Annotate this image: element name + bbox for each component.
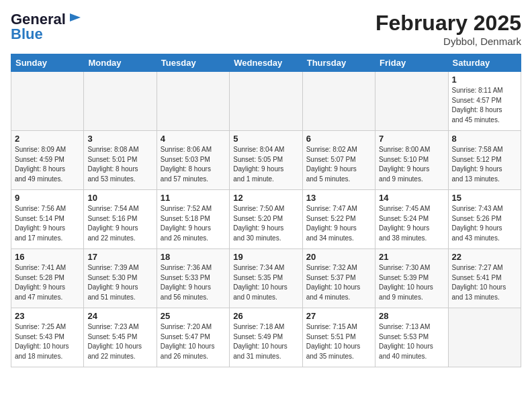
calendar-cell: 20Sunrise: 7:32 AM Sunset: 5:37 PM Dayli… [302,249,375,308]
calendar-cell: 12Sunrise: 7:50 AM Sunset: 5:20 PM Dayli… [230,190,302,249]
weekday-header-friday: Friday [375,54,448,72]
calendar-cell: 24Sunrise: 7:23 AM Sunset: 5:45 PM Dayli… [84,308,157,367]
weekday-header-saturday: Saturday [448,54,521,72]
title-block: February 2025 Dybbol, Denmark [375,11,521,47]
day-info: Sunrise: 7:25 AM Sunset: 5:43 PM Dayligh… [15,322,80,361]
weekday-header-thursday: Thursday [302,54,375,72]
calendar-cell: 6Sunrise: 8:02 AM Sunset: 5:07 PM Daylig… [302,131,375,190]
day-number: 5 [233,134,298,144]
day-info: Sunrise: 7:32 AM Sunset: 5:37 PM Dayligh… [306,263,371,302]
day-info: Sunrise: 7:47 AM Sunset: 5:22 PM Dayligh… [306,204,371,243]
calendar-cell: 26Sunrise: 7:18 AM Sunset: 5:49 PM Dayli… [230,308,302,367]
calendar-cell: 23Sunrise: 7:25 AM Sunset: 5:43 PM Dayli… [11,308,84,367]
day-number: 22 [452,252,517,262]
day-info: Sunrise: 7:52 AM Sunset: 5:18 PM Dayligh… [161,204,226,243]
calendar-cell: 5Sunrise: 8:04 AM Sunset: 5:05 PM Daylig… [230,131,302,190]
day-number: 11 [161,193,226,203]
calendar-cell: 4Sunrise: 8:06 AM Sunset: 5:03 PM Daylig… [157,131,229,190]
day-number: 26 [233,311,298,321]
day-info: Sunrise: 7:43 AM Sunset: 5:26 PM Dayligh… [452,204,517,243]
calendar-week-4: 16Sunrise: 7:41 AM Sunset: 5:28 PM Dayli… [11,249,521,308]
day-info: Sunrise: 7:30 AM Sunset: 5:39 PM Dayligh… [379,263,444,302]
calendar-cell: 9Sunrise: 7:56 AM Sunset: 5:14 PM Daylig… [11,190,84,249]
calendar-week-5: 23Sunrise: 7:25 AM Sunset: 5:43 PM Dayli… [11,308,521,367]
day-number: 7 [379,134,444,144]
calendar-cell [157,72,229,131]
calendar-cell: 18Sunrise: 7:36 AM Sunset: 5:33 PM Dayli… [157,249,229,308]
day-info: Sunrise: 7:15 AM Sunset: 5:51 PM Dayligh… [306,322,371,361]
day-number: 12 [233,193,298,203]
day-number: 27 [306,311,371,321]
svg-marker-0 [70,13,81,21]
day-info: Sunrise: 8:09 AM Sunset: 4:59 PM Dayligh… [15,145,80,184]
calendar-cell: 2Sunrise: 8:09 AM Sunset: 4:59 PM Daylig… [11,131,84,190]
day-number: 18 [161,252,226,262]
calendar-cell [84,72,157,131]
day-info: Sunrise: 7:39 AM Sunset: 5:30 PM Dayligh… [87,263,152,302]
day-info: Sunrise: 7:20 AM Sunset: 5:47 PM Dayligh… [161,322,226,361]
day-number: 9 [15,193,80,203]
calendar-cell: 15Sunrise: 7:43 AM Sunset: 5:26 PM Dayli… [448,190,521,249]
calendar-cell: 25Sunrise: 7:20 AM Sunset: 5:47 PM Dayli… [157,308,229,367]
weekday-header-tuesday: Tuesday [157,54,229,72]
day-info: Sunrise: 8:02 AM Sunset: 5:07 PM Dayligh… [306,145,371,184]
day-number: 8 [452,134,517,144]
day-info: Sunrise: 7:34 AM Sunset: 5:35 PM Dayligh… [233,263,298,302]
calendar-cell: 27Sunrise: 7:15 AM Sunset: 5:51 PM Dayli… [302,308,375,367]
calendar-cell [230,72,302,131]
day-info: Sunrise: 8:00 AM Sunset: 5:10 PM Dayligh… [379,145,444,184]
calendar-cell: 3Sunrise: 8:08 AM Sunset: 5:01 PM Daylig… [84,131,157,190]
day-info: Sunrise: 7:54 AM Sunset: 5:16 PM Dayligh… [87,204,152,243]
calendar-cell: 17Sunrise: 7:39 AM Sunset: 5:30 PM Dayli… [84,249,157,308]
calendar-cell [448,308,521,367]
day-number: 1 [452,75,517,85]
logo: General Blue [11,11,82,43]
calendar-cell: 10Sunrise: 7:54 AM Sunset: 5:16 PM Dayli… [84,190,157,249]
day-number: 24 [87,311,152,321]
day-number: 21 [379,252,444,262]
weekday-header-sunday: Sunday [11,54,84,72]
calendar-table: SundayMondayTuesdayWednesdayThursdayFrid… [11,54,521,367]
calendar-cell: 14Sunrise: 7:45 AM Sunset: 5:24 PM Dayli… [375,190,448,249]
day-info: Sunrise: 8:04 AM Sunset: 5:05 PM Dayligh… [233,145,298,184]
calendar-cell [11,72,84,131]
day-number: 19 [233,252,298,262]
day-number: 23 [15,311,80,321]
page-header: General Blue February 2025 Dybbol, Denma… [11,11,521,47]
day-number: 10 [87,193,152,203]
day-info: Sunrise: 7:27 AM Sunset: 5:41 PM Dayligh… [452,263,517,302]
weekday-header-monday: Monday [84,54,157,72]
calendar-cell: 8Sunrise: 7:58 AM Sunset: 5:12 PM Daylig… [448,131,521,190]
day-info: Sunrise: 7:23 AM Sunset: 5:45 PM Dayligh… [87,322,152,361]
day-number: 4 [161,134,226,144]
calendar-cell: 7Sunrise: 8:00 AM Sunset: 5:10 PM Daylig… [375,131,448,190]
calendar-week-2: 2Sunrise: 8:09 AM Sunset: 4:59 PM Daylig… [11,131,521,190]
day-number: 28 [379,311,444,321]
day-info: Sunrise: 7:36 AM Sunset: 5:33 PM Dayligh… [161,263,226,302]
day-number: 16 [15,252,80,262]
day-number: 2 [15,134,80,144]
day-number: 6 [306,134,371,144]
day-number: 14 [379,193,444,203]
weekday-header-wednesday: Wednesday [230,54,302,72]
day-info: Sunrise: 7:13 AM Sunset: 5:53 PM Dayligh… [379,322,444,361]
day-info: Sunrise: 8:11 AM Sunset: 4:57 PM Dayligh… [452,86,517,125]
calendar-week-1: 1Sunrise: 8:11 AM Sunset: 4:57 PM Daylig… [11,72,521,131]
calendar-cell: 22Sunrise: 7:27 AM Sunset: 5:41 PM Dayli… [448,249,521,308]
day-info: Sunrise: 7:50 AM Sunset: 5:20 PM Dayligh… [233,204,298,243]
location: Dybbol, Denmark [375,36,521,47]
calendar-cell: 1Sunrise: 8:11 AM Sunset: 4:57 PM Daylig… [448,72,521,131]
day-number: 3 [87,134,152,144]
calendar-cell [302,72,375,131]
calendar-cell: 13Sunrise: 7:47 AM Sunset: 5:22 PM Dayli… [302,190,375,249]
day-info: Sunrise: 7:45 AM Sunset: 5:24 PM Dayligh… [379,204,444,243]
month-title: February 2025 [375,11,521,36]
logo-blue: Blue [11,26,43,43]
calendar-cell: 11Sunrise: 7:52 AM Sunset: 5:18 PM Dayli… [157,190,229,249]
day-info: Sunrise: 7:18 AM Sunset: 5:49 PM Dayligh… [233,322,298,361]
calendar-cell: 21Sunrise: 7:30 AM Sunset: 5:39 PM Dayli… [375,249,448,308]
calendar-week-3: 9Sunrise: 7:56 AM Sunset: 5:14 PM Daylig… [11,190,521,249]
day-number: 17 [87,252,152,262]
calendar-header-row: SundayMondayTuesdayWednesdayThursdayFrid… [11,54,521,72]
day-number: 15 [452,193,517,203]
